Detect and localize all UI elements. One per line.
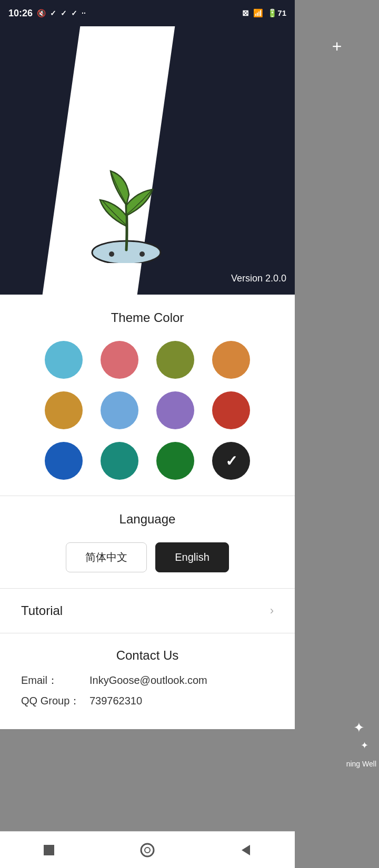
circle-icon: [139, 842, 156, 859]
wifi-icon: 📶: [253, 8, 263, 18]
status-right: ⊠ 📶 🔋71: [242, 8, 286, 18]
square-icon: [41, 842, 57, 859]
theme-color-section: Theme Color: [0, 295, 295, 496]
check2-icon: ✓: [61, 9, 67, 17]
email-row: Email： InkyGoose@outlook.com: [21, 673, 274, 688]
color-amber[interactable]: [212, 341, 250, 379]
language-buttons: 简体中文 English: [21, 542, 274, 572]
language-section: Language 简体中文 English: [0, 496, 295, 589]
settings-panel: Theme Color Language 简体中文 English: [0, 295, 295, 729]
bottom-nav: [0, 831, 295, 868]
email-value: InkyGoose@outlook.com: [89, 674, 207, 687]
more-icon: ··: [82, 9, 86, 17]
battery-icon: 🔋71: [267, 8, 286, 18]
color-teal[interactable]: [101, 442, 138, 480]
svg-marker-6: [242, 845, 250, 855]
plus-icon[interactable]: +: [332, 37, 342, 56]
status-time: 10:26: [8, 8, 33, 19]
sparkle-icon: ✦: [353, 720, 365, 735]
tutorial-section[interactable]: Tutorial ›: [0, 589, 295, 633]
mute-icon: 🔇: [37, 9, 46, 17]
color-red[interactable]: [212, 391, 250, 429]
hero-image: Version 2.0.0: [0, 0, 295, 295]
svg-point-4: [141, 844, 154, 856]
contact-section: Contact Us Email： InkyGoose@outlook.com …: [0, 633, 295, 729]
color-purple[interactable]: [156, 391, 194, 429]
color-green[interactable]: [156, 442, 194, 480]
tutorial-label: Tutorial: [21, 603, 63, 618]
chinese-button[interactable]: 简体中文: [66, 542, 147, 572]
back-button[interactable]: [37, 839, 61, 862]
color-rose[interactable]: [101, 341, 138, 379]
color-olive[interactable]: [156, 341, 194, 379]
check3-icon: ✓: [71, 9, 77, 17]
hero-plant: [84, 147, 168, 263]
version-text: Version 2.0.0: [231, 273, 286, 284]
qq-row: QQ Group： 739762310: [21, 694, 274, 708]
svg-point-1: [109, 251, 114, 257]
theme-color-title: Theme Color: [21, 310, 274, 325]
status-bar: 10:26 🔇 ✓ ✓ ✓ ·· ⊠ 📶 🔋71: [0, 0, 295, 26]
home-button[interactable]: [136, 839, 159, 862]
contact-title: Contact Us: [21, 648, 274, 663]
qq-value: 739762310: [89, 695, 142, 707]
recent-button[interactable]: [234, 839, 257, 862]
check1-icon: ✓: [50, 9, 56, 17]
status-left: 10:26 🔇 ✓ ✓ ✓ ··: [8, 8, 86, 19]
chevron-right-icon: ›: [270, 604, 274, 618]
right-panel: + ✦ ✦ ning Well: [295, 0, 379, 868]
sparkle-area: ✦ ✦: [353, 720, 368, 752]
svg-rect-3: [44, 845, 54, 855]
color-dark[interactable]: [212, 442, 250, 480]
shining-text: ning Well: [346, 760, 376, 768]
color-sky-blue[interactable]: [45, 341, 83, 379]
email-label: Email：: [21, 673, 89, 688]
main-content: 10:26 🔇 ✓ ✓ ✓ ·· ⊠ 📶 🔋71: [0, 0, 295, 868]
triangle-back-icon: [237, 842, 254, 859]
english-button[interactable]: English: [155, 542, 229, 572]
color-golden[interactable]: [45, 391, 83, 429]
svg-point-5: [145, 847, 150, 853]
color-grid: [42, 341, 253, 480]
color-cornflower[interactable]: [101, 391, 138, 429]
qq-label: QQ Group：: [21, 694, 89, 708]
close-icon: ⊠: [242, 8, 249, 18]
svg-point-2: [139, 251, 145, 257]
color-dark-blue[interactable]: [45, 442, 83, 480]
language-title: Language: [21, 512, 274, 527]
sparkle-small-icon: ✦: [361, 740, 368, 751]
